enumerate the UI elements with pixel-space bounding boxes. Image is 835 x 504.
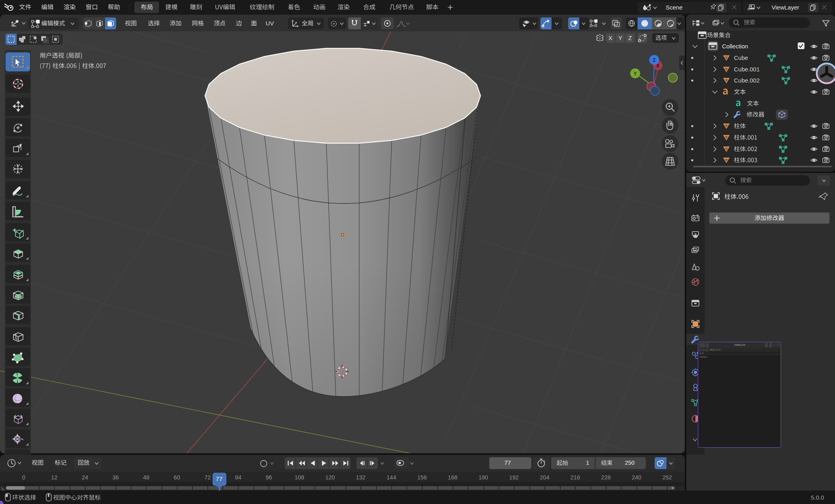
svg-text:Z: Z bbox=[653, 57, 655, 63]
svg-text:Y: Y bbox=[634, 71, 637, 77]
